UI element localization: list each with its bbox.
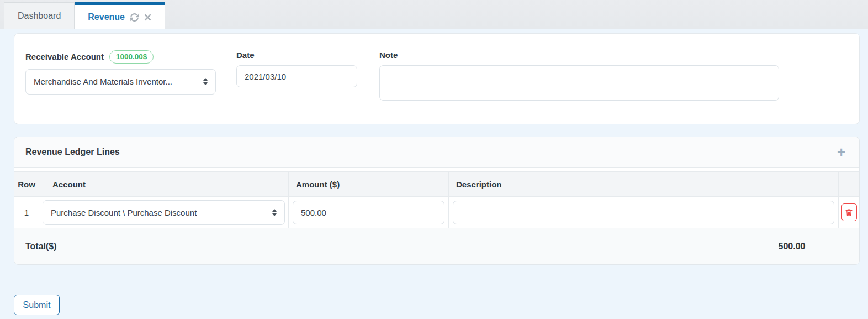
panel-header: Revenue Ledger Lines +	[14, 137, 859, 168]
select-arrows-icon	[203, 78, 208, 85]
select-arrows-icon	[272, 209, 277, 216]
col-header-description: Description	[449, 172, 839, 196]
revenue-form-card: Receivable Account 1000.00$ Merchandise …	[14, 33, 860, 124]
tab-dashboard-label: Dashboard	[18, 11, 61, 21]
balance-badge: 1000.00$	[109, 50, 154, 64]
line-amount-input[interactable]	[293, 201, 444, 224]
ledger-table: Row Account Amount ($) Description 1 Pur…	[14, 168, 859, 264]
line-account-select[interactable]: Purchase Discount \ Purchase Discount	[43, 200, 285, 225]
refresh-icon[interactable]	[130, 13, 139, 22]
plus-icon: +	[837, 145, 845, 159]
content-area: Receivable Account 1000.00$ Merchandise …	[0, 29, 868, 319]
receivable-account-select[interactable]: Merchandise And Materials Inventor...	[25, 69, 216, 95]
row-number: 1	[24, 208, 29, 217]
close-icon[interactable]	[144, 14, 151, 21]
note-group: Note	[379, 50, 779, 103]
receivable-account-group: Receivable Account 1000.00$ Merchandise …	[25, 50, 216, 95]
trash-icon	[845, 208, 853, 217]
revenue-entry-screen: Dashboard Revenue	[0, 0, 868, 319]
col-header-row: Row	[14, 172, 39, 196]
panel-title: Revenue Ledger Lines	[14, 137, 823, 167]
receivable-account-label: Receivable Account	[25, 52, 104, 61]
total-value: 500.00	[724, 228, 859, 264]
tab-revenue-label: Revenue	[88, 12, 125, 22]
add-line-button[interactable]: +	[823, 137, 859, 167]
ledger-row: 1 Purchase Discount \ Purchase Discount	[14, 197, 859, 228]
date-group: Date	[236, 50, 357, 87]
table-header-row: Row Account Amount ($) Description	[14, 171, 859, 197]
tab-dashboard[interactable]: Dashboard	[4, 2, 75, 29]
total-label: Total($)	[14, 228, 724, 264]
tab-revenue[interactable]: Revenue	[75, 2, 165, 29]
total-row: Total($) 500.00	[14, 228, 859, 264]
note-label: Note	[379, 50, 398, 60]
tab-bar: Dashboard Revenue	[0, 0, 868, 29]
date-input[interactable]	[236, 65, 357, 87]
col-header-actions	[839, 172, 859, 196]
col-header-account: Account	[39, 172, 289, 196]
line-account-selected-value: Purchase Discount \ Purchase Discount	[51, 208, 197, 217]
line-description-input[interactable]	[453, 201, 834, 224]
delete-line-button[interactable]	[841, 203, 857, 221]
receivable-account-selected-value: Merchandise And Materials Inventor...	[34, 77, 172, 86]
date-label: Date	[236, 50, 255, 60]
col-header-amount: Amount ($)	[289, 172, 449, 196]
submit-button[interactable]: Submit	[14, 295, 60, 315]
note-textarea[interactable]	[379, 65, 779, 101]
revenue-ledger-panel: Revenue Ledger Lines + Row Account Amoun…	[14, 137, 860, 265]
